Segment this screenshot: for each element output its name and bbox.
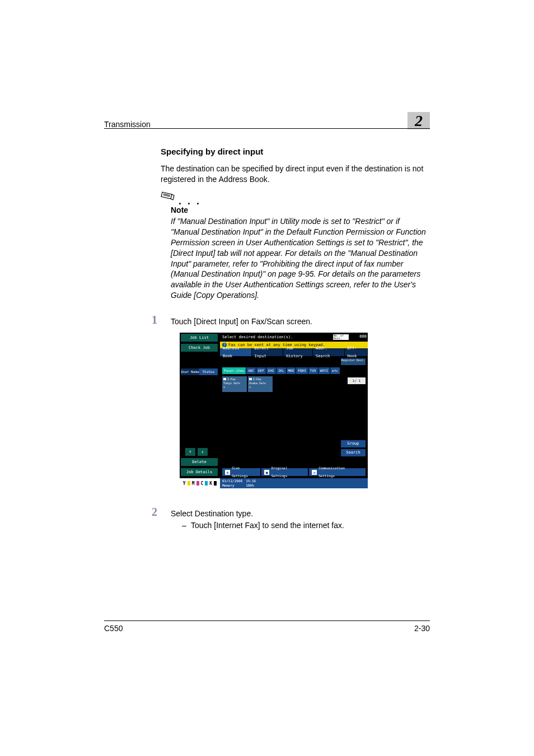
dest-card-osaka[interactable]: I-FaxOsaka Sales bbox=[248, 376, 273, 392]
step2-bullet-text: Touch [Internet Fax] to send the interne… bbox=[191, 521, 430, 530]
step-text-2: Select Destination type. bbox=[171, 508, 430, 519]
flag-k-label: K bbox=[209, 481, 212, 486]
job-list-button[interactable]: Job List bbox=[181, 334, 218, 342]
card-name: Osaka Sale bbox=[249, 381, 266, 385]
dest-card-tokyo[interactable]: I-FaxTokyo Sales bbox=[222, 376, 247, 392]
tab-address-book[interactable]: Address Book bbox=[220, 348, 252, 356]
card-suffix: s bbox=[249, 385, 251, 389]
page-indicator: 1/ 1 bbox=[348, 377, 366, 384]
destination-cards: I-FaxTokyo Sales I-FaxOsaka Sales bbox=[222, 376, 273, 392]
tab-job-history[interactable]: Job History bbox=[283, 348, 313, 356]
original-settings-icon: ▦ bbox=[264, 470, 269, 475]
arrow-button-group: ↑ ↓ bbox=[185, 448, 208, 456]
alpha-ghi[interactable]: GHI bbox=[266, 367, 276, 374]
check-job-button[interactable]: Check Job bbox=[181, 344, 218, 352]
footer-model: C550 bbox=[104, 624, 123, 633]
time-value: 15:16 bbox=[246, 479, 256, 483]
footer-page-number: 2-30 bbox=[414, 624, 430, 633]
arrow-up-button[interactable]: ↑ bbox=[185, 448, 195, 456]
tab-addr-search[interactable]: Addr. Search bbox=[313, 348, 345, 356]
dest-count-value: 000 bbox=[352, 334, 367, 340]
scan-settings-label: Scan Settings bbox=[232, 464, 258, 480]
alpha-def[interactable]: DEF bbox=[256, 367, 266, 374]
envelope-icon bbox=[249, 378, 252, 380]
device-screenshot: Job List Check Job User Name Status ↑ ↓ … bbox=[180, 333, 368, 488]
alpha-etc[interactable]: etc bbox=[330, 367, 340, 374]
alpha-favorites[interactable]: Favor-ites bbox=[222, 367, 246, 374]
card-suffix: s bbox=[223, 385, 225, 389]
card-type: I-Fax bbox=[253, 377, 261, 381]
group-button[interactable]: Group bbox=[341, 440, 366, 447]
flag-c-icon bbox=[205, 481, 208, 486]
step2-bullet-dash: – bbox=[182, 521, 186, 530]
date-value: 03/12/2008 bbox=[222, 479, 242, 483]
flag-y-icon bbox=[188, 481, 190, 486]
alpha-tuv[interactable]: TUV bbox=[308, 367, 318, 374]
alpha-mno[interactable]: MNO bbox=[287, 367, 296, 374]
alpha-pqrs[interactable]: PQRS bbox=[296, 367, 307, 374]
footer-rule bbox=[104, 620, 430, 621]
note-body-text: If "Manual Destination Input" in Utility… bbox=[171, 216, 430, 301]
memory-value: 100% bbox=[246, 483, 254, 487]
scan-settings-button[interactable]: ⚙Scan Settings bbox=[222, 468, 260, 476]
flag-c-label: C bbox=[201, 481, 204, 486]
segment-status[interactable]: Status bbox=[199, 368, 218, 375]
arrow-down-button[interactable]: ↓ bbox=[198, 448, 208, 456]
tab-off-hook[interactable]: Off-Hook bbox=[345, 348, 368, 356]
alpha-filter-row: Favor-ites ABC DEF GHI JKL MNO PQRS TUV … bbox=[222, 367, 366, 374]
comm-settings-button[interactable]: ⇄Communication Settings bbox=[309, 468, 366, 476]
date-bar: 03/12/2008 Memory 15:16 100% bbox=[220, 478, 368, 488]
tab-direct-input[interactable]: Direct Input bbox=[252, 348, 284, 356]
segment-user-name[interactable]: User Name bbox=[181, 368, 199, 375]
comm-settings-icon: ⇄ bbox=[312, 470, 317, 475]
flag-m-icon bbox=[196, 481, 199, 486]
note-icon bbox=[161, 191, 175, 204]
toner-flags: Y M C K bbox=[180, 478, 220, 488]
header-rule bbox=[104, 128, 430, 129]
comm-settings-label: Communication Settings bbox=[318, 464, 363, 480]
step-number-1: 1 bbox=[152, 314, 157, 326]
chapter-number-badge: 2 bbox=[407, 112, 430, 129]
dest-count-label: No. of Dest. bbox=[333, 334, 349, 340]
tab-row: Address Book Direct Input Job History Ad… bbox=[220, 348, 368, 356]
original-settings-label: Original Settings bbox=[271, 464, 305, 480]
alpha-jkl[interactable]: JKL bbox=[277, 367, 286, 374]
flag-m-label: M bbox=[192, 481, 195, 486]
search-button[interactable]: Search bbox=[341, 449, 366, 456]
envelope-icon bbox=[223, 378, 226, 380]
scan-settings-icon: ⚙ bbox=[225, 470, 230, 475]
alpha-wxyz[interactable]: WXYZ bbox=[318, 367, 330, 374]
alpha-abc[interactable]: ABC bbox=[246, 367, 256, 374]
register-dest-button[interactable]: Register Dest. bbox=[341, 358, 366, 365]
running-header-title: Transmission bbox=[104, 120, 151, 129]
screenshot-left-panel: Job List Check Job User Name Status ↑ ↓ … bbox=[180, 333, 220, 488]
top-message: Select desired destination(s). bbox=[222, 335, 293, 339]
card-type: I-Fax bbox=[227, 377, 236, 381]
section-heading: Specifying by direct input bbox=[161, 147, 263, 156]
step-number-2: 2 bbox=[152, 506, 157, 519]
memory-label: Memory bbox=[222, 483, 235, 487]
note-heading: Note bbox=[171, 206, 188, 214]
step-text-1: Touch [Direct Input] on Fax/Scan screen. bbox=[171, 316, 430, 327]
status-segment-row: User Name Status bbox=[181, 368, 218, 375]
flag-y-label: Y bbox=[183, 481, 186, 486]
card-name: Tokyo Sale bbox=[223, 381, 240, 385]
body-paragraph-intro: The destination can be specified by dire… bbox=[161, 164, 430, 185]
flag-k-icon bbox=[214, 481, 217, 486]
delete-button[interactable]: Delete bbox=[181, 458, 218, 466]
bottom-button-row: ⚙Scan Settings ▦Original Settings ⇄Commu… bbox=[222, 468, 366, 476]
original-settings-button[interactable]: ▦Original Settings bbox=[261, 468, 308, 476]
job-details-button[interactable]: Job Details bbox=[181, 468, 218, 476]
screenshot-main-panel: Select desired destination(s). No. of De… bbox=[220, 333, 368, 488]
